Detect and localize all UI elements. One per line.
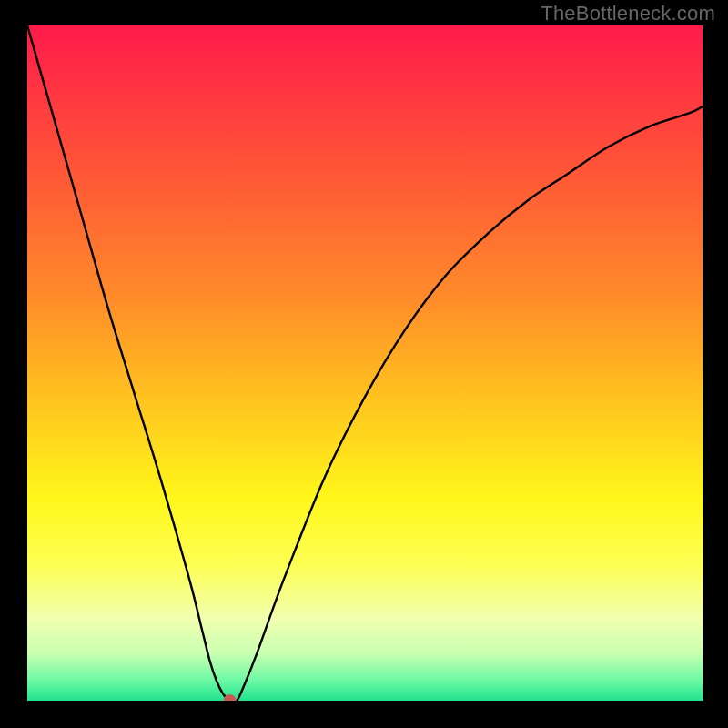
gradient-background	[27, 25, 703, 701]
watermark-text: TheBottleneck.com	[541, 2, 715, 25]
plot-svg	[27, 25, 703, 701]
chart-container: TheBottleneck.com	[0, 0, 728, 728]
plot-area	[27, 25, 703, 701]
